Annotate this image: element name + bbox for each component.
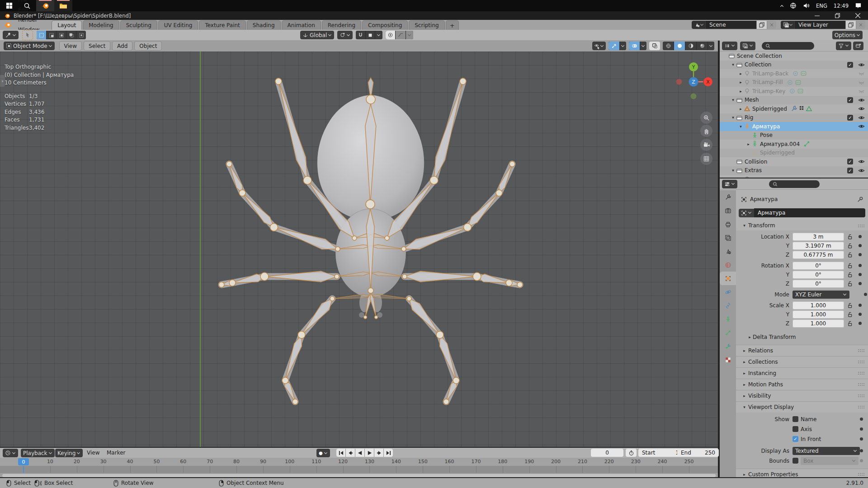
outliner-row-collision[interactable]: Collision ✓ [720,157,868,166]
checkbox-name[interactable] [793,416,798,422]
select-mode-invert[interactable] [66,31,76,39]
unlink-scene-button[interactable]: × [767,21,776,29]
outliner-row-partial[interactable]: ▸ [720,175,868,178]
properties-tab-object[interactable] [720,272,736,285]
field-y[interactable]: 0° [793,271,844,279]
field-z[interactable]: 0.67775 m [793,251,844,259]
properties-tab-data[interactable] [720,312,736,326]
animate-dot[interactable] [859,244,862,247]
field-y[interactable]: 1.000 [793,310,844,319]
visibility-eye-icon[interactable] [858,97,865,103]
workspace-tab-animation[interactable]: Animation [282,20,321,30]
timeline-menu-playback[interactable]: Playback [21,449,55,457]
frame-start-field[interactable]: Start1 [638,449,683,457]
next-keyframe-button[interactable] [374,449,383,457]
snap-options-chevron[interactable] [375,31,382,39]
visibility-eye-icon[interactable] [858,123,865,130]
add-workspace-button[interactable]: + [446,20,459,30]
expander-icon[interactable]: ▾ [730,62,736,67]
frame-end-field[interactable]: End250 [677,449,719,457]
proportional-options-chevron[interactable] [406,31,413,39]
panel-grip[interactable] [858,405,864,409]
animate-dot[interactable] [859,235,862,238]
outliner-row-trilamp-fill[interactable]: ▸ TriLamp-Fill [720,78,868,87]
select-mode-set[interactable] [37,31,46,39]
title-bar[interactable]: Blender* [F:\Шедевры\Spider\SpiderB.blen… [0,11,868,20]
navigation-gizmo[interactable]: Y X Z [671,58,716,108]
panel-delta-transform-header[interactable]: ▸Delta Transform [736,332,868,342]
minimize-button[interactable] [807,11,827,20]
panel-grip[interactable] [858,394,864,398]
panel-grip[interactable] [858,473,864,476]
panel-motion-paths-header[interactable]: ▸Motion Paths [736,379,868,390]
panel-grip[interactable] [858,360,864,364]
expander-icon[interactable]: ▸ [745,142,751,146]
perspective-toggle-button[interactable] [700,153,712,165]
taskbar-explorer-icon[interactable] [54,0,72,11]
timeline-track[interactable] [0,466,718,473]
collection-checkbox[interactable]: ✓ [847,97,853,103]
overlays-toggle[interactable] [629,42,640,50]
object-name-field[interactable]: Арматура [754,208,865,217]
lock-icon[interactable] [847,272,853,278]
close-button[interactable] [848,11,868,20]
visibility-eye-icon[interactable] [858,105,865,112]
scene-selector[interactable]: Scene × [692,21,776,29]
hide-eye-icon[interactable] [858,79,865,86]
outliner-row-rig[interactable]: ▾ Rig ✓ [720,113,868,122]
menu-edit[interactable]: Edit [14,5,43,15]
viewport-3d[interactable]: Object Mode ViewSelectAddObject [0,40,718,447]
expander-icon[interactable]: ▾ [730,168,736,173]
outliner-row-mesh[interactable]: ▾ Mesh ✓ [720,96,868,105]
properties-tab-bone-constraint[interactable] [720,339,736,353]
panel-custom-properties-header[interactable]: ▸Custom Properties [736,469,868,477]
timeline-menu-marker[interactable]: Marker [104,449,128,457]
scene-icon[interactable] [692,21,705,29]
pin-icon[interactable] [857,196,863,203]
lock-icon[interactable] [847,311,853,318]
collection-checkbox[interactable]: ✓ [847,168,853,174]
field-z[interactable]: 1.000 [793,319,844,328]
animate-dot[interactable] [859,282,862,285]
gizmos-toggle[interactable] [609,42,619,50]
workspace-tab-modeling[interactable]: Modeling [83,20,119,30]
expander-icon[interactable]: ▾ [730,115,736,120]
lock-icon[interactable] [847,302,853,309]
language-indicator[interactable]: ENG [816,3,827,9]
collection-checkbox[interactable]: ✓ [847,115,853,121]
auto-keying-button[interactable]: ● [316,449,330,457]
collection-checkbox[interactable]: ✓ [847,62,853,68]
outliner-row-арматура[interactable]: ▾ Арматура [720,122,868,131]
network-icon[interactable] [790,2,797,9]
select-mode-intersect[interactable] [76,31,86,39]
visibility-eye-icon[interactable] [858,176,865,178]
workspace-tab-uv-editing[interactable]: UV Editing [158,20,198,30]
proportional-falloff-button[interactable] [396,31,406,39]
bounds-dropdown[interactable]: Box [801,457,859,465]
timeline-ruler[interactable]: 1020304050607080901001101201301401501601… [0,458,718,466]
outliner-row-trilamp-key[interactable]: ▸ TriLamp-Key [720,87,868,96]
properties-tab-constraints[interactable] [720,299,736,312]
expander-icon[interactable]: ▸ [738,71,744,76]
properties-tab-bone[interactable] [720,326,736,339]
jump-to-start-button[interactable] [336,449,345,457]
clock[interactable]: 12:49 [834,3,849,9]
workspace-tab-layout[interactable]: Layout [52,20,82,30]
pan-button[interactable] [700,125,712,137]
viewport-menu-select[interactable]: Select [84,41,110,51]
use-preview-range-button[interactable] [626,449,637,457]
panel-instancing-header[interactable]: ▸Instancing [736,367,868,379]
collection-checkbox[interactable]: ✓ [847,159,853,164]
visibility-eye-icon[interactable] [858,114,865,121]
proportional-edit-toggle[interactable] [386,31,395,39]
select-mode-subtract[interactable] [57,31,66,39]
viewport-menu-view[interactable]: View [59,41,82,51]
properties-tab-output[interactable] [720,217,736,231]
new-collection-button[interactable] [853,42,863,50]
viewport-menu-add[interactable]: Add [112,41,132,51]
animate-dot[interactable] [860,418,863,421]
workspace-tab-texture-paint[interactable]: Texture Paint [199,20,245,30]
properties-search-input[interactable] [769,180,820,188]
timeline-scrollbar[interactable] [2,474,716,477]
lock-icon[interactable] [847,320,853,327]
